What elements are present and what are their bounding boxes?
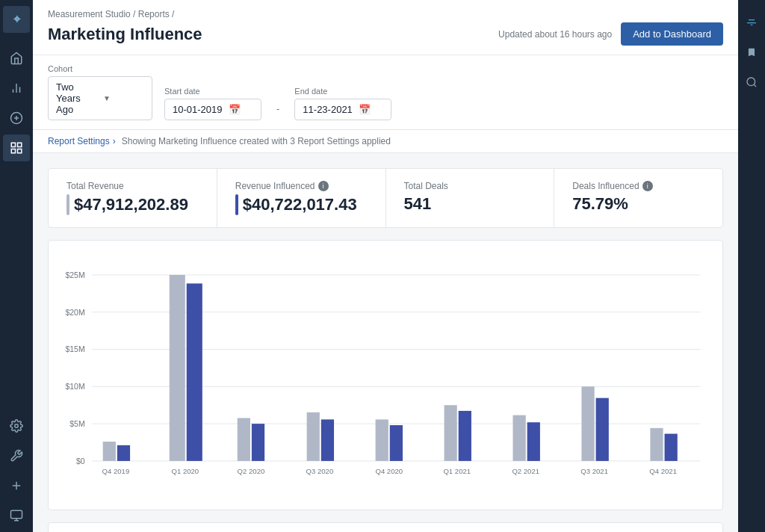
main-content: Measurement Studio / Reports / Marketing… [33, 0, 738, 532]
svg-text:Q4 2021: Q4 2021 [649, 467, 677, 475]
svg-text:Q1 2020: Q1 2020 [171, 467, 199, 475]
end-date-filter-group: End date 11-23-2021 📅 [294, 87, 391, 120]
report-settings-bar: Report Settings › Showing Marketing Infl… [33, 130, 738, 153]
filters-area: Cohort Two Years Ago ▼ Start date 10-01-… [33, 55, 738, 130]
cohort-select[interactable]: Two Years Ago ▼ [48, 76, 152, 120]
page-title: Marketing Influence [48, 25, 202, 44]
end-date-picker[interactable]: 11-23-2021 📅 [294, 99, 391, 120]
topbar-right: Updated about 16 hours ago Add to Dashbo… [498, 22, 723, 46]
metrics-row: Total Revenue $47,912,202.89 Revenue Inf… [48, 168, 723, 228]
sidebar-item-settings[interactable] [3, 412, 30, 439]
calendar-icon: 📅 [229, 104, 241, 115]
svg-rect-29 [117, 445, 130, 461]
metric-value-total-revenue: $47,912,202.89 [66, 194, 199, 215]
svg-rect-52 [650, 428, 663, 461]
svg-text:$20M: $20M [65, 308, 84, 317]
chevron-down-icon: ▼ [103, 94, 144, 102]
metric-value-deals-influenced: 75.79% [572, 194, 704, 214]
metric-deals-influenced: Deals Influenced i 75.79% [554, 169, 722, 227]
report-settings-link[interactable]: Report Settings › [48, 136, 116, 146]
start-date-picker[interactable]: 10-01-2019 📅 [164, 99, 261, 120]
filter-icon[interactable] [741, 12, 762, 33]
sidebar-item-tools[interactable] [3, 442, 30, 469]
svg-text:$15M: $15M [65, 344, 84, 353]
svg-text:Q2 2020: Q2 2020 [238, 467, 265, 475]
svg-rect-37 [307, 412, 320, 461]
date-separator: - [276, 103, 279, 120]
chart-container: $25M $20M $15M $10M $5M $0 Q [48, 240, 723, 510]
svg-rect-32 [187, 283, 202, 461]
right-toolbar [738, 0, 765, 532]
svg-rect-13 [11, 510, 22, 519]
add-dashboard-button[interactable]: Add to Dashboard [621, 22, 723, 46]
start-date-filter-group: Start date 10-01-2019 📅 [164, 87, 261, 120]
metric-label-total-revenue: Total Revenue [66, 181, 199, 191]
svg-rect-28 [103, 442, 116, 461]
updated-text: Updated about 16 hours ago [498, 29, 612, 40]
svg-text:Q1 2021: Q1 2021 [443, 467, 471, 475]
metric-indicator-gray [66, 194, 69, 215]
sidebar: ⌖ [0, 0, 33, 532]
sidebar-item-analytics[interactable] [3, 75, 30, 102]
svg-rect-47 [527, 422, 540, 461]
svg-text:Q4 2020: Q4 2020 [375, 467, 403, 475]
info-icon-deals[interactable]: i [642, 181, 653, 191]
svg-text:$10M: $10M [65, 382, 84, 391]
sidebar-item-reports[interactable] [3, 134, 30, 161]
metric-label-total-deals: Total Deals [404, 181, 536, 191]
svg-text:Q3 2021: Q3 2021 [580, 467, 608, 475]
svg-rect-40 [376, 419, 388, 461]
sidebar-item-monitor[interactable] [3, 502, 30, 529]
start-date-value: 10-01-2019 [173, 104, 223, 115]
sidebar-item-data[interactable] [3, 105, 30, 132]
bar-chart: $25M $20M $15M $10M $5M $0 Q [64, 256, 707, 495]
cohort-label: Cohort [48, 64, 152, 73]
table-header-row: 9 Quarters ⊞ ▼ ⬆ [49, 523, 722, 532]
svg-rect-46 [512, 415, 525, 461]
svg-rect-31 [170, 275, 185, 461]
svg-point-10 [15, 424, 19, 428]
svg-text:$25M: $25M [65, 270, 84, 279]
start-date-label: Start date [164, 87, 261, 96]
topbar: Measurement Studio / Reports / Marketing… [33, 0, 738, 55]
svg-rect-34 [238, 418, 250, 460]
chart-wrapper: $25M $20M $15M $10M $5M $0 Q [64, 256, 707, 495]
logo-text: ⌖ [13, 13, 20, 26]
svg-rect-6 [11, 143, 15, 146]
metric-total-revenue: Total Revenue $47,912,202.89 [49, 169, 217, 227]
svg-rect-41 [390, 425, 403, 461]
svg-rect-44 [459, 411, 471, 461]
svg-rect-35 [252, 424, 264, 461]
table-container: 9 Quarters ⊞ ▼ ⬆ Quarter Total Revenue [48, 522, 723, 532]
bookmark-icon[interactable] [741, 42, 762, 63]
info-icon-revenue[interactable]: i [318, 181, 329, 191]
svg-rect-38 [321, 419, 334, 461]
metric-label-deals-influenced: Deals Influenced i [572, 181, 704, 191]
search-icon[interactable] [741, 72, 762, 93]
metric-value-revenue-influenced: $40,722,017.43 [235, 194, 368, 215]
page-title-row: Marketing Influence Updated about 16 hou… [48, 22, 723, 55]
breadcrumb: Measurement Studio / Reports / [48, 9, 723, 19]
content-area: Total Revenue $47,912,202.89 Revenue Inf… [33, 153, 738, 532]
end-date-label: End date [294, 87, 391, 96]
svg-rect-53 [665, 434, 678, 461]
cohort-value: Two Years Ago [56, 81, 97, 115]
calendar-icon-end: 📅 [359, 104, 371, 115]
metric-label-revenue-influenced: Revenue Influenced i [235, 181, 368, 191]
svg-rect-50 [596, 398, 609, 461]
svg-point-55 [747, 78, 755, 86]
sidebar-logo[interactable]: ⌖ [3, 6, 30, 33]
filters-row: Cohort Two Years Ago ▼ Start date 10-01-… [48, 64, 723, 120]
metric-revenue-influenced: Revenue Influenced i $40,722,017.43 [217, 169, 386, 227]
end-date-value: 11-23-2021 [303, 104, 353, 115]
svg-rect-43 [445, 405, 457, 461]
report-settings-link-label: Report Settings [48, 136, 110, 146]
svg-rect-9 [18, 149, 22, 153]
svg-rect-8 [11, 149, 15, 153]
sidebar-item-home[interactable] [3, 45, 30, 72]
chevron-right-icon: › [113, 136, 116, 146]
sidebar-item-hierarchy[interactable] [3, 472, 30, 499]
svg-line-56 [754, 84, 756, 87]
svg-text:Q3 2020: Q3 2020 [306, 467, 334, 475]
svg-text:Q2 2021: Q2 2021 [512, 467, 539, 475]
